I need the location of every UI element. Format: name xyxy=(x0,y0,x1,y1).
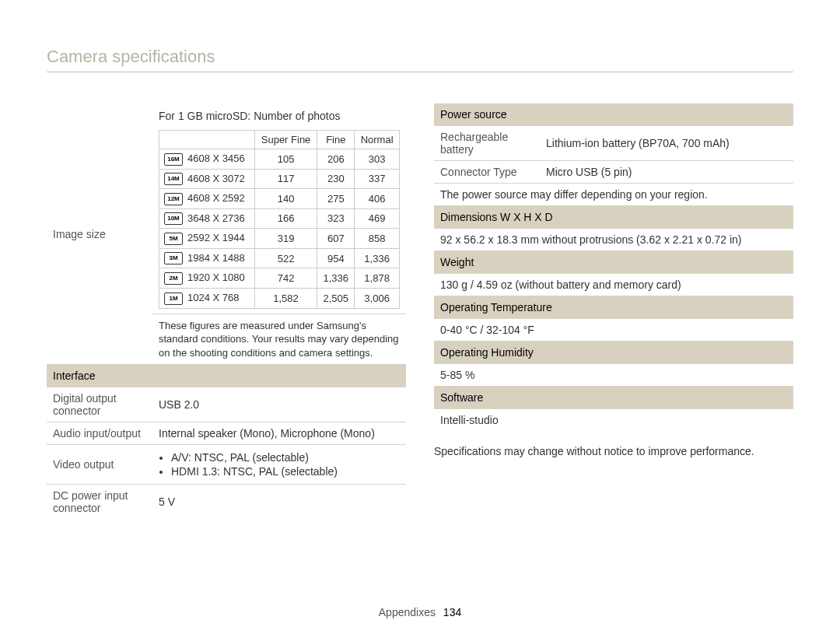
col-resolution xyxy=(159,131,255,149)
resolution-cell: 3M1984 X 1488 xyxy=(159,248,255,268)
left-column: Image size For 1 GB microSD: Number of p… xyxy=(47,103,406,519)
ophum-header: Operating Humidity xyxy=(434,342,793,364)
photo-count-cell: 117 xyxy=(254,169,317,189)
ps-note: The power source may differ depending on… xyxy=(434,184,793,206)
image-size-table: Image size For 1 GB microSD: Number of p… xyxy=(47,103,406,519)
if-dc-value: 5 V xyxy=(152,485,406,520)
col-superfine: Super Fine xyxy=(254,131,317,149)
col-fine: Fine xyxy=(317,131,355,149)
photo-count-cell: 319 xyxy=(254,229,317,249)
if-digital-value: USB 2.0 xyxy=(152,387,406,422)
photo-count-cell: 469 xyxy=(355,208,400,229)
photo-count-cell: 742 xyxy=(254,268,317,289)
megapixel-icon: 10M xyxy=(164,212,183,225)
photo-count-cell: 2,505 xyxy=(317,288,355,308)
if-dc-label: DC power input connector xyxy=(47,485,152,520)
megapixel-icon: 5M xyxy=(164,233,183,245)
ps-battery-label: Rechargeable battery xyxy=(434,126,540,161)
resolution-cell: 5M2592 X 1944 xyxy=(159,229,255,249)
dimensions-value: 92 x 56.2 x 18.3 mm without protrusions … xyxy=(434,229,793,251)
photo-count-cell: 230 xyxy=(317,169,355,189)
megapixel-icon: 16M xyxy=(164,153,183,166)
photo-count-cell: 323 xyxy=(317,208,355,229)
page-title: Camera specifications xyxy=(47,47,793,67)
photo-count-cell: 1,336 xyxy=(317,268,355,289)
if-audio-value: Internal speaker (Mono), Microphone (Mon… xyxy=(152,422,406,445)
megapixel-icon: 12M xyxy=(164,193,183,205)
software-value: Intelli-studio xyxy=(434,409,793,432)
right-spec-table: Power source Rechargeable battery Lithiu… xyxy=(434,103,793,431)
optemp-header: Operating Temperature xyxy=(434,296,793,319)
ps-battery-value: Lithium-ion battery (BP70A, 700 mAh) xyxy=(540,126,793,161)
photo-count-cell: 337 xyxy=(355,169,400,189)
if-video-value: A/V: NTSC, PAL (selectable) HDMI 1.3: NT… xyxy=(152,445,406,485)
ophum-value: 5-85 % xyxy=(434,364,793,387)
photo-count-cell: 140 xyxy=(254,189,317,209)
photo-count-row: 2M1920 X 10807421,3361,878 xyxy=(159,268,400,289)
photo-count-cell: 522 xyxy=(254,248,317,268)
image-size-caption: For 1 GB microSD: Number of photos xyxy=(159,108,400,125)
footer-section: Appendixes xyxy=(379,606,436,618)
resolution-cell: 2M1920 X 1080 xyxy=(159,268,255,289)
resolution-cell: 14M4608 X 3072 xyxy=(159,169,255,189)
megapixel-icon: 3M xyxy=(164,252,183,264)
col-normal: Normal xyxy=(355,131,400,149)
photo-count-cell: 1,336 xyxy=(355,248,400,268)
if-video-label: Video output xyxy=(47,445,152,485)
photo-count-cell: 206 xyxy=(317,149,355,170)
photo-count-cell: 275 xyxy=(317,189,355,209)
weight-header: Weight xyxy=(434,251,793,274)
image-size-label: Image size xyxy=(47,103,152,365)
interface-header: Interface xyxy=(47,365,406,387)
video-output-item: A/V: NTSC, PAL (selectable) xyxy=(171,451,400,464)
video-output-item: HDMI 1.3: NTSC, PAL (selectable) xyxy=(171,465,400,478)
resolution-cell: 16M4608 X 3456 xyxy=(159,149,255,170)
megapixel-icon: 1M xyxy=(164,292,183,305)
software-header: Software xyxy=(434,387,793,409)
dimensions-header: Dimensions W X H X D xyxy=(434,206,793,229)
photo-count-row: 16M4608 X 3456105206303 xyxy=(159,149,400,170)
resolution-cell: 10M3648 X 2736 xyxy=(159,208,255,229)
photo-count-cell: 166 xyxy=(254,208,317,229)
image-size-note: These figures are measured under Samsung… xyxy=(152,313,406,365)
page: Camera specifications Image size For 1 G… xyxy=(0,0,840,634)
photo-count-cell: 1,878 xyxy=(355,268,400,289)
page-footer: Appendixes 134 xyxy=(0,606,840,618)
megapixel-icon: 14M xyxy=(164,173,183,185)
photo-count-row: 12M4608 X 2592140275406 xyxy=(159,189,400,209)
optemp-value: 0-40 °C / 32-104 °F xyxy=(434,319,793,342)
photo-count-cell: 858 xyxy=(355,229,400,249)
spec-footnote: Specifications may change without notice… xyxy=(434,445,793,457)
weight-value: 130 g / 4.59 oz (without battery and mem… xyxy=(434,274,793,296)
photo-count-cell: 105 xyxy=(254,149,317,170)
image-size-cell: For 1 GB microSD: Number of photos Super… xyxy=(152,103,406,313)
if-digital-label: Digital output connector xyxy=(47,387,152,422)
photo-count-cell: 406 xyxy=(355,189,400,209)
photo-count-cell: 607 xyxy=(317,229,355,249)
photo-count-cell: 303 xyxy=(355,149,400,170)
photo-count-row: 14M4608 X 3072117230337 xyxy=(159,169,400,189)
resolution-cell: 12M4608 X 2592 xyxy=(159,189,255,209)
title-divider xyxy=(47,72,793,72)
ps-connector-label: Connector Type xyxy=(434,161,540,184)
photo-count-row: 1M1024 X 7681,5822,5053,006 xyxy=(159,288,400,308)
photo-count-row: 5M2592 X 1944319607858 xyxy=(159,229,400,249)
resolution-cell: 1M1024 X 768 xyxy=(159,288,255,308)
photo-count-cell: 1,582 xyxy=(254,288,317,308)
if-audio-label: Audio input/output xyxy=(47,422,152,445)
power-source-header: Power source xyxy=(434,103,793,126)
right-column: Power source Rechargeable battery Lithiu… xyxy=(434,103,793,519)
megapixel-icon: 2M xyxy=(164,272,183,285)
photo-count-cell: 3,006 xyxy=(355,288,400,308)
photo-count-table: Super Fine Fine Normal 16M4608 X 3456105… xyxy=(159,130,400,309)
photo-count-row: 3M1984 X 14885229541,336 xyxy=(159,248,400,268)
footer-page-number: 134 xyxy=(443,606,461,618)
photo-count-cell: 954 xyxy=(317,248,355,268)
photo-count-row: 10M3648 X 2736166323469 xyxy=(159,208,400,229)
content-columns: Image size For 1 GB microSD: Number of p… xyxy=(47,103,793,519)
ps-connector-value: Micro USB (5 pin) xyxy=(540,161,793,184)
